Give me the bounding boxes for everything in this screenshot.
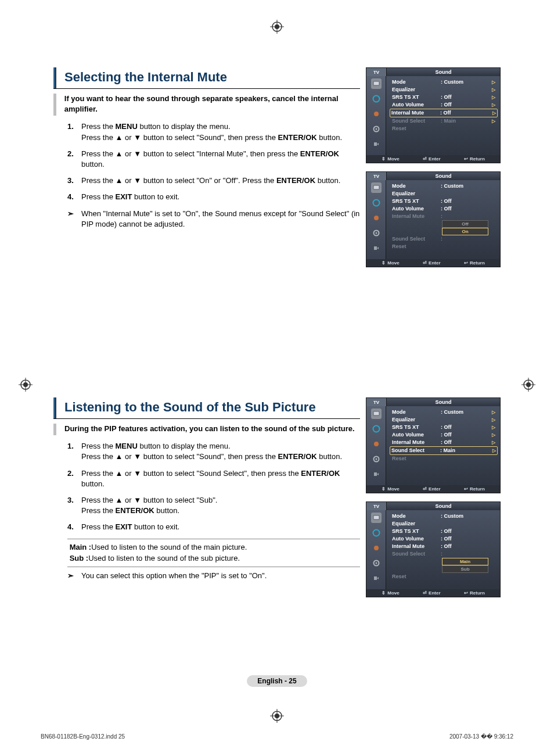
osd-hint-enter: ⏎Enter	[423, 590, 440, 596]
svg-rect-23	[373, 185, 379, 189]
svg-rect-22	[374, 142, 377, 146]
osd-row-eq: Equalizer	[391, 520, 497, 528]
osd-hint-enter: ⏎Enter	[423, 156, 440, 162]
return-icon: ↩	[464, 590, 468, 596]
osd-row-reset: Reset	[391, 573, 497, 581]
chevron-right-icon: ▷	[492, 109, 496, 117]
note-marker-icon: ➣	[67, 209, 81, 230]
sound-icon	[371, 424, 382, 434]
osd-row-im: Internal Mute: Off	[391, 543, 497, 550]
chevron-right-icon: ▷	[492, 101, 495, 109]
chevron-right-icon: ▷	[492, 86, 495, 94]
osd-suboption: On	[442, 228, 488, 235]
osd-icon-column	[366, 180, 386, 259]
step-text: Press the ▲ or ▼ button to select "Sub".…	[81, 495, 360, 516]
enter-icon: ⏎	[423, 260, 427, 266]
updown-icon: ⇕	[382, 156, 386, 162]
osd-menu: TV Sound Mode: Custom▷Equalizer▷SRS TS X…	[366, 397, 501, 493]
svg-rect-29	[374, 246, 377, 250]
setup-icon	[371, 228, 382, 238]
osd-row-im: Internal Mute: Off▷	[391, 439, 497, 446]
osd-footer: ⇕Move ⏎Enter ↩Return	[366, 589, 500, 597]
osd-row-srs: SRS TS XT: Off	[391, 528, 497, 535]
registration-mark-icon	[270, 20, 284, 34]
input-icon	[371, 573, 382, 583]
enter-icon: ⏎	[423, 486, 427, 492]
definition-row: Main : Used to listen to the sound of th…	[67, 542, 360, 553]
osd-title: Sound	[386, 68, 500, 76]
picture-icon	[371, 513, 382, 523]
osd-menu: TV Sound Mode: CustomEqualizerSRS TS XT:…	[366, 171, 501, 267]
osd-suboption-list: OffOn	[442, 220, 488, 235]
step-number: 3.	[67, 495, 81, 516]
svg-rect-16	[373, 81, 379, 85]
step-number: 2.	[67, 468, 81, 489]
svg-point-21	[375, 128, 377, 130]
channel-icon	[371, 109, 382, 119]
heading-block: Listening to the Sound of the Sub Pictur…	[53, 397, 360, 419]
note-text: You can select this option when the "PIP…	[81, 571, 267, 581]
osd-hint-enter: ⏎Enter	[423, 260, 440, 266]
osd-hint-return: ↩Return	[464, 260, 485, 266]
osd-row-mode: Mode: Custom	[391, 513, 497, 520]
osd-row-ss: Sound Select: Main▷	[390, 446, 498, 455]
osd-list: Mode: CustomEqualizerSRS TS XT: OffAuto …	[386, 510, 500, 589]
osd-hint-return: ↩Return	[464, 590, 485, 596]
osd-row-reset: Reset	[391, 455, 497, 463]
svg-point-42	[375, 562, 377, 564]
heading-block: Selecting the Internal Mute	[53, 67, 360, 89]
osd-tv-badge: TV	[366, 398, 386, 406]
osd-hint-move: ⇕Move	[382, 486, 399, 492]
step: 2.Press the ▲ or ▼ button to select "Int…	[67, 149, 360, 170]
note-text: When "Internal Mute" is set to "On", the…	[81, 209, 360, 230]
osd-hint-return: ↩Return	[464, 486, 485, 492]
chevron-right-icon: ▷	[492, 447, 496, 454]
input-icon	[371, 243, 382, 253]
osd-row-eq: Equalizer▷	[391, 416, 497, 424]
chevron-right-icon: ▷	[492, 117, 495, 125]
osd-suboption: Main	[442, 558, 488, 565]
osd-row-ss: Sound Select: Main▷	[391, 117, 497, 125]
step-text: Press the ▲ or ▼ button to select "Inter…	[81, 149, 360, 170]
chevron-right-icon: ▷	[492, 409, 495, 416]
intro-block: If you want to hear the sound through se…	[53, 94, 360, 116]
osd-hint-move: ⇕Move	[382, 156, 399, 162]
svg-rect-36	[374, 472, 377, 476]
step-text: Press the ▲ or ▼ button to select "Sound…	[81, 468, 360, 489]
updown-icon: ⇕	[382, 260, 386, 266]
osd-hint-enter: ⏎Enter	[423, 486, 440, 492]
step-text: Press the MENU button to display the men…	[81, 121, 360, 142]
svg-point-40	[374, 546, 379, 550]
channel-icon	[371, 213, 382, 223]
footer-right: 2007-03-13 �� 9:36:12	[449, 733, 513, 740]
heading-accent-bar	[53, 67, 56, 88]
chevron-right-icon: ▷	[492, 431, 495, 439]
osd-row-av: Auto Volume: Off▷	[391, 101, 497, 109]
step-number: 4.	[67, 522, 81, 532]
note-row: ➣ When "Internal Mute" is set to "On", t…	[67, 209, 360, 230]
svg-rect-43	[374, 576, 377, 580]
svg-point-28	[375, 232, 377, 234]
osd-hint-return: ↩Return	[464, 156, 485, 162]
osd-footer: ⇕Move ⏎Enter ↩Return	[366, 485, 500, 493]
step-number: 3.	[67, 175, 81, 186]
svg-point-25	[373, 200, 379, 206]
osd-footer: ⇕Move ⏎Enter ↩Return	[366, 155, 500, 163]
intro-block: During the PIP features activation, you …	[53, 424, 360, 435]
section-internal-mute: Selecting the Internal Mute If you want …	[53, 67, 501, 275]
page-number: English - 25	[53, 675, 501, 687]
section-heading: Selecting the Internal Mute	[64, 67, 227, 88]
svg-point-18	[373, 96, 379, 102]
step-text: Press the EXIT button to exit.	[81, 522, 360, 532]
osd-row-mode: Mode: Custom▷	[391, 409, 497, 416]
picture-icon	[371, 78, 382, 89]
input-icon	[371, 139, 382, 149]
osd-icon-column	[366, 406, 386, 485]
osd-menu: TV Sound Mode: Custom▷Equalizer▷SRS TS X…	[366, 67, 501, 163]
osd-row-srs: SRS TS XT: Off▷	[391, 424, 497, 431]
chevron-right-icon: ▷	[492, 416, 495, 424]
definition-row: Sub : Used to listen to the sound of the…	[67, 553, 360, 564]
section-heading: Listening to the Sound of the Sub Pictur…	[64, 397, 316, 418]
osd-hint-move: ⇕Move	[382, 260, 399, 266]
step-text: Press the ▲ or ▼ button to select "On" o…	[81, 175, 360, 186]
